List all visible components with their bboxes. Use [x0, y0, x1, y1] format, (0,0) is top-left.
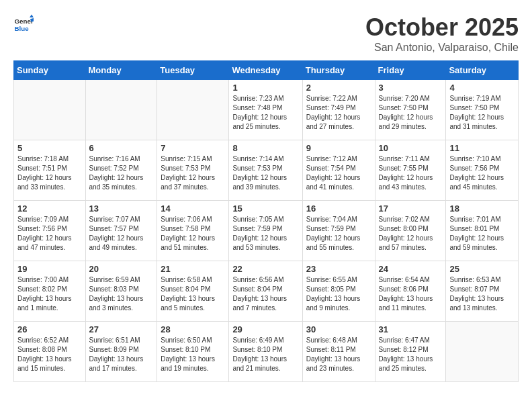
header-row: Sunday Monday Tuesday Wednesday Thursday…	[14, 61, 519, 80]
day-number: 12	[17, 203, 82, 214]
day-number: 9	[306, 143, 371, 153]
day-number: 22	[232, 264, 298, 274]
day-number: 20	[89, 264, 154, 274]
cell-info: Sunrise: 6:54 AMSunset: 8:06 PMDaylight:…	[379, 276, 433, 312]
cell-info: Sunrise: 6:56 AMSunset: 8:04 PMDaylight:…	[232, 276, 287, 312]
day-number: 2	[306, 83, 371, 93]
svg-text:Blue: Blue	[15, 25, 30, 32]
svg-text:General: General	[15, 17, 34, 25]
calendar-week-4: 26 Sunrise: 6:52 AMSunset: 8:08 PMDaylig…	[14, 322, 519, 382]
cell-info: Sunrise: 7:00 AMSunset: 8:02 PMDaylight:…	[17, 276, 72, 312]
calendar-cell: 4 Sunrise: 7:19 AMSunset: 7:50 PMDayligh…	[446, 80, 519, 140]
calendar-cell	[157, 80, 229, 140]
cell-info: Sunrise: 7:06 AMSunset: 7:58 PMDaylight:…	[161, 216, 215, 251]
day-number: 21	[161, 264, 225, 274]
calendar-cell: 21 Sunrise: 6:58 AMSunset: 8:04 PMDaylig…	[157, 261, 229, 322]
calendar-cell: 19 Sunrise: 7:00 AMSunset: 8:02 PMDaylig…	[14, 261, 86, 322]
cell-info: Sunrise: 7:09 AMSunset: 7:56 PMDaylight:…	[17, 216, 72, 251]
col-thursday: Thursday	[302, 61, 375, 80]
day-number: 8	[232, 143, 298, 153]
day-number: 24	[379, 264, 443, 274]
day-number: 6	[89, 143, 154, 153]
location-title: San Antonio, Valparaiso, Chile	[365, 42, 519, 54]
cell-info: Sunrise: 7:11 AMSunset: 7:55 PMDaylight:…	[379, 155, 433, 191]
col-friday: Friday	[375, 61, 446, 80]
calendar-cell: 10 Sunrise: 7:11 AMSunset: 7:55 PMDaylig…	[375, 140, 446, 201]
day-number: 29	[232, 324, 298, 334]
cell-info: Sunrise: 7:14 AMSunset: 7:53 PMDaylight:…	[232, 155, 287, 191]
cell-info: Sunrise: 6:52 AMSunset: 8:08 PMDaylight:…	[17, 336, 72, 372]
day-number: 28	[161, 324, 225, 334]
calendar-cell: 13 Sunrise: 7:07 AMSunset: 7:57 PMDaylig…	[85, 201, 157, 261]
cell-info: Sunrise: 7:04 AMSunset: 7:59 PMDaylight:…	[306, 216, 361, 251]
page-header: General Blue October 2025 San Antonio, V…	[13, 13, 519, 54]
day-number: 1	[232, 83, 298, 93]
col-saturday: Saturday	[446, 61, 519, 80]
calendar-cell: 23 Sunrise: 6:55 AMSunset: 8:05 PMDaylig…	[302, 261, 375, 322]
day-number: 31	[379, 324, 443, 334]
calendar-cell: 20 Sunrise: 6:59 AMSunset: 8:03 PMDaylig…	[85, 261, 157, 322]
calendar-table: Sunday Monday Tuesday Wednesday Thursday…	[13, 60, 519, 382]
calendar-cell: 5 Sunrise: 7:18 AMSunset: 7:51 PMDayligh…	[14, 140, 86, 201]
day-number: 30	[306, 324, 371, 334]
cell-info: Sunrise: 7:15 AMSunset: 7:53 PMDaylight:…	[161, 155, 215, 191]
day-number: 10	[379, 143, 443, 153]
cell-info: Sunrise: 7:12 AMSunset: 7:54 PMDaylight:…	[306, 155, 361, 191]
calendar-cell: 28 Sunrise: 6:50 AMSunset: 8:10 PMDaylig…	[157, 322, 229, 382]
day-number: 27	[89, 324, 154, 334]
calendar-week-1: 5 Sunrise: 7:18 AMSunset: 7:51 PMDayligh…	[14, 140, 519, 201]
cell-info: Sunrise: 6:50 AMSunset: 8:10 PMDaylight:…	[161, 336, 215, 372]
cell-info: Sunrise: 7:10 AMSunset: 7:56 PMDaylight:…	[449, 155, 504, 191]
col-monday: Monday	[85, 61, 157, 80]
col-tuesday: Tuesday	[157, 61, 229, 80]
cell-info: Sunrise: 7:19 AMSunset: 7:50 PMDaylight:…	[449, 95, 504, 130]
calendar-cell: 15 Sunrise: 7:05 AMSunset: 7:59 PMDaylig…	[229, 201, 302, 261]
day-number: 5	[17, 143, 82, 153]
day-number: 18	[449, 203, 515, 214]
day-number: 26	[17, 324, 82, 334]
cell-info: Sunrise: 6:48 AMSunset: 8:11 PMDaylight:…	[306, 336, 361, 372]
calendar-week-2: 12 Sunrise: 7:09 AMSunset: 7:56 PMDaylig…	[14, 201, 519, 261]
calendar-cell: 17 Sunrise: 7:02 AMSunset: 8:00 PMDaylig…	[375, 201, 446, 261]
calendar-cell	[85, 80, 157, 140]
day-number: 19	[17, 264, 82, 274]
cell-info: Sunrise: 7:16 AMSunset: 7:52 PMDaylight:…	[89, 155, 144, 191]
calendar-cell: 8 Sunrise: 7:14 AMSunset: 7:53 PMDayligh…	[229, 140, 302, 201]
calendar-cell: 27 Sunrise: 6:51 AMSunset: 8:09 PMDaylig…	[85, 322, 157, 382]
calendar-cell: 9 Sunrise: 7:12 AMSunset: 7:54 PMDayligh…	[302, 140, 375, 201]
logo-icon: General Blue	[13, 13, 34, 34]
cell-info: Sunrise: 7:18 AMSunset: 7:51 PMDaylight:…	[17, 155, 72, 191]
day-number: 15	[232, 203, 298, 214]
cell-info: Sunrise: 6:49 AMSunset: 8:10 PMDaylight:…	[232, 336, 287, 372]
cell-info: Sunrise: 7:20 AMSunset: 7:50 PMDaylight:…	[379, 95, 433, 130]
day-number: 14	[161, 203, 225, 214]
calendar-cell: 29 Sunrise: 6:49 AMSunset: 8:10 PMDaylig…	[229, 322, 302, 382]
day-number: 16	[306, 203, 371, 214]
day-number: 7	[161, 143, 225, 153]
month-title: October 2025	[365, 13, 519, 42]
cell-info: Sunrise: 6:51 AMSunset: 8:09 PMDaylight:…	[89, 336, 144, 372]
cell-info: Sunrise: 7:22 AMSunset: 7:49 PMDaylight:…	[306, 95, 361, 130]
calendar-cell: 12 Sunrise: 7:09 AMSunset: 7:56 PMDaylig…	[14, 201, 86, 261]
calendar-cell: 11 Sunrise: 7:10 AMSunset: 7:56 PMDaylig…	[446, 140, 519, 201]
cell-info: Sunrise: 7:23 AMSunset: 7:48 PMDaylight:…	[232, 95, 287, 130]
calendar-cell: 18 Sunrise: 7:01 AMSunset: 8:01 PMDaylig…	[446, 201, 519, 261]
col-sunday: Sunday	[14, 61, 86, 80]
cell-info: Sunrise: 6:58 AMSunset: 8:04 PMDaylight:…	[161, 276, 215, 312]
calendar-cell: 16 Sunrise: 7:04 AMSunset: 7:59 PMDaylig…	[302, 201, 375, 261]
calendar-cell: 7 Sunrise: 7:15 AMSunset: 7:53 PMDayligh…	[157, 140, 229, 201]
title-section: October 2025 San Antonio, Valparaiso, Ch…	[365, 13, 519, 54]
calendar-cell	[14, 80, 86, 140]
calendar-cell	[446, 322, 519, 382]
day-number: 4	[449, 83, 515, 93]
cell-info: Sunrise: 6:55 AMSunset: 8:05 PMDaylight:…	[306, 276, 361, 312]
calendar-cell: 14 Sunrise: 7:06 AMSunset: 7:58 PMDaylig…	[157, 201, 229, 261]
cell-info: Sunrise: 6:53 AMSunset: 8:07 PMDaylight:…	[449, 276, 504, 312]
cell-info: Sunrise: 6:59 AMSunset: 8:03 PMDaylight:…	[89, 276, 144, 312]
cell-info: Sunrise: 7:02 AMSunset: 8:00 PMDaylight:…	[379, 216, 433, 251]
calendar-cell: 25 Sunrise: 6:53 AMSunset: 8:07 PMDaylig…	[446, 261, 519, 322]
day-number: 23	[306, 264, 371, 274]
day-number: 17	[379, 203, 443, 214]
cell-info: Sunrise: 7:07 AMSunset: 7:57 PMDaylight:…	[89, 216, 144, 251]
svg-marker-2	[30, 15, 34, 18]
